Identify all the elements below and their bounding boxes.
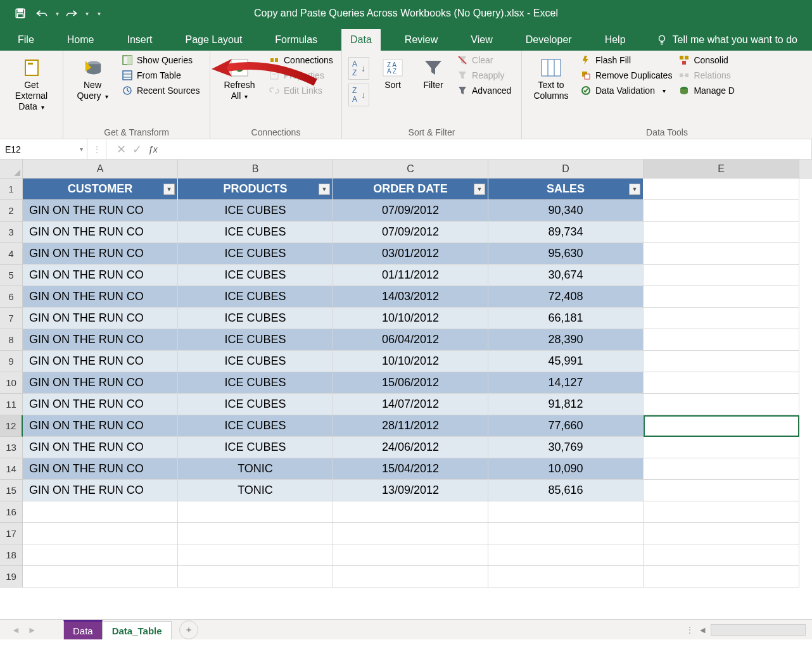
tab-developer[interactable]: Developer [517, 29, 581, 51]
cell-D17[interactable] [488, 523, 644, 544]
cell-D6[interactable]: 72,408 [488, 286, 644, 308]
table-header-sales[interactable]: SALES▼ [488, 179, 644, 200]
sort-asc-button[interactable]: AZ ↓ [348, 57, 369, 80]
cell-A3[interactable]: GIN ON THE RUN CO [23, 222, 178, 243]
cell-E16[interactable] [644, 501, 799, 523]
row-header-3[interactable]: 3 [0, 222, 23, 243]
data-validation-button[interactable]: Data Validation ▾ [580, 85, 672, 96]
cell-A16[interactable] [23, 501, 178, 523]
cell-E9[interactable] [644, 351, 799, 372]
refresh-all-button[interactable]: Refresh All ▾ [217, 54, 262, 104]
cell-B13[interactable]: ICE CUBES [178, 437, 333, 458]
row-header-14[interactable]: 14 [0, 458, 23, 480]
filter-button-sales[interactable]: ▼ [629, 184, 640, 195]
cell-D13[interactable]: 30,769 [488, 437, 644, 458]
tab-file[interactable]: File [9, 29, 43, 51]
new-query-button[interactable]: New Query ▾ [70, 54, 115, 104]
connections-button[interactable]: Connections [269, 54, 333, 66]
cell-B15[interactable]: TONIC [178, 480, 333, 501]
sheet-tab-data-table[interactable]: Data_Table [103, 621, 172, 640]
cell-A17[interactable] [23, 523, 178, 544]
cell-C10[interactable]: 15/06/2012 [333, 372, 488, 394]
text-to-columns-button[interactable]: Text to Columns [528, 54, 574, 104]
cell-E4[interactable] [644, 243, 799, 265]
cell-B3[interactable]: ICE CUBES [178, 222, 333, 243]
sort-button[interactable]: Z AA Z Sort [376, 54, 410, 93]
cell-A18[interactable] [23, 544, 178, 566]
hscroll-track[interactable] [711, 624, 806, 636]
tab-view[interactable]: View [462, 29, 501, 51]
cell-A5[interactable]: GIN ON THE RUN CO [23, 265, 178, 286]
cell-A10[interactable]: GIN ON THE RUN CO [23, 372, 178, 394]
cell-D3[interactable]: 89,734 [488, 222, 644, 243]
cell-C13[interactable]: 24/06/2012 [333, 437, 488, 458]
cell-A4[interactable]: GIN ON THE RUN CO [23, 243, 178, 265]
formula-menu-icon[interactable]: ⋮ [87, 139, 106, 159]
tab-review[interactable]: Review [396, 29, 447, 51]
hscroll-left-icon[interactable]: ◄ [698, 625, 707, 635]
row-header-7[interactable]: 7 [0, 308, 23, 329]
cell-D15[interactable]: 85,616 [488, 480, 644, 501]
table-header-products[interactable]: PRODUCTS▼ [178, 179, 333, 200]
table-header-order-date[interactable]: ORDER DATE▼ [333, 179, 488, 200]
cell-A19[interactable] [23, 566, 178, 587]
undo-caret-icon[interactable]: ▾ [56, 10, 59, 17]
cell-D18[interactable] [488, 544, 644, 566]
cell-E13[interactable] [644, 437, 799, 458]
cell-A12[interactable]: GIN ON THE RUN CO [23, 415, 178, 437]
cell-C15[interactable]: 13/09/2012 [333, 480, 488, 501]
column-header-C[interactable]: C [333, 160, 488, 178]
cell-D7[interactable]: 66,181 [488, 308, 644, 329]
get-external-data-button[interactable]: Get External Data ▾ [9, 54, 54, 114]
cell-E8[interactable] [644, 329, 799, 351]
cell-C17[interactable] [333, 523, 488, 544]
show-queries-button[interactable]: Show Queries [122, 54, 200, 66]
cell-B10[interactable]: ICE CUBES [178, 372, 333, 394]
cell-A8[interactable]: GIN ON THE RUN CO [23, 329, 178, 351]
cell-E7[interactable] [644, 308, 799, 329]
cell-A2[interactable]: GIN ON THE RUN CO [23, 200, 178, 222]
cell-E6[interactable] [644, 286, 799, 308]
filter-button[interactable]: Filter [416, 54, 450, 93]
sheet-nav-prev-icon[interactable]: ◄ [11, 625, 20, 635]
cell-D8[interactable]: 28,390 [488, 329, 644, 351]
cell-D12[interactable]: 77,660 [488, 415, 644, 437]
cell-A6[interactable]: GIN ON THE RUN CO [23, 286, 178, 308]
row-header-19[interactable]: 19 [0, 566, 23, 587]
cell-D5[interactable]: 30,674 [488, 265, 644, 286]
hscroll-grip-icon[interactable]: ⋮ [685, 625, 694, 635]
cell-E14[interactable] [644, 458, 799, 480]
cell-A11[interactable]: GIN ON THE RUN CO [23, 394, 178, 415]
row-header-16[interactable]: 16 [0, 501, 23, 523]
cell-A15[interactable]: GIN ON THE RUN CO [23, 480, 178, 501]
cell-D14[interactable]: 10,090 [488, 458, 644, 480]
cell-B19[interactable] [178, 566, 333, 587]
cell-C9[interactable]: 10/10/2012 [333, 351, 488, 372]
cell-E1[interactable] [644, 179, 799, 200]
cell-E11[interactable] [644, 394, 799, 415]
cell-B7[interactable]: ICE CUBES [178, 308, 333, 329]
cell-C16[interactable] [333, 501, 488, 523]
fx-icon[interactable]: ƒx [148, 144, 158, 154]
undo-button[interactable] [33, 4, 51, 22]
cell-C11[interactable]: 14/07/2012 [333, 394, 488, 415]
cell-C7[interactable]: 10/10/2012 [333, 308, 488, 329]
cell-E3[interactable] [644, 222, 799, 243]
column-header-B[interactable]: B [178, 160, 333, 178]
sheet-tab-data[interactable]: Data [63, 620, 103, 640]
cell-B11[interactable]: ICE CUBES [178, 394, 333, 415]
filter-button-customer[interactable]: ▼ [163, 184, 175, 195]
name-box[interactable]: E12 ▾ [0, 139, 87, 159]
cell-D9[interactable]: 45,991 [488, 351, 644, 372]
row-header-2[interactable]: 2 [0, 200, 23, 222]
filter-button-order-date[interactable]: ▼ [474, 184, 485, 195]
row-header-6[interactable]: 6 [0, 286, 23, 308]
cell-C6[interactable]: 14/03/2012 [333, 286, 488, 308]
consolidate-button[interactable]: Consolid [678, 54, 735, 66]
cell-C19[interactable] [333, 566, 488, 587]
cell-E2[interactable] [644, 200, 799, 222]
cell-D10[interactable]: 14,127 [488, 372, 644, 394]
filter-button-products[interactable]: ▼ [319, 184, 330, 195]
row-header-9[interactable]: 9 [0, 351, 23, 372]
flash-fill-button[interactable]: Flash Fill [580, 54, 672, 66]
